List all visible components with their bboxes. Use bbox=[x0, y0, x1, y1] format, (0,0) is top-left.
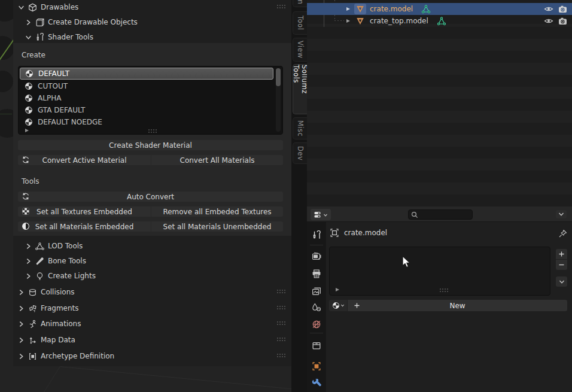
outliner-row-crate-model[interactable]: crate.model bbox=[307, 3, 572, 15]
tab-object-properties[interactable] bbox=[307, 358, 326, 374]
slot-specials-button[interactable] bbox=[556, 276, 567, 287]
list-item-alpha[interactable]: ALPHA bbox=[20, 92, 273, 104]
mouse-cursor bbox=[402, 256, 412, 269]
panel-grip-handle[interactable] bbox=[276, 305, 286, 310]
eye-icon[interactable] bbox=[544, 17, 553, 25]
material-sphere-icon bbox=[25, 69, 34, 78]
list-item-cutout[interactable]: CUTOUT bbox=[20, 80, 273, 92]
button-label: Set all Textures Embedded bbox=[36, 208, 132, 216]
panel-header-fragments[interactable]: Fragments bbox=[18, 303, 79, 314]
subpanel-shader-tools[interactable]: Shader Tools bbox=[25, 32, 93, 42]
set-materials-embedded-button[interactable]: Set all Materials Embedded bbox=[18, 221, 151, 232]
browse-material-dropdown[interactable] bbox=[329, 300, 347, 311]
object-name: crate_top.model bbox=[370, 17, 428, 25]
camera-render-icon[interactable] bbox=[558, 17, 567, 25]
tab-scene-properties[interactable] bbox=[307, 299, 326, 315]
eye-icon[interactable] bbox=[544, 5, 553, 13]
archetype-icon bbox=[28, 352, 37, 361]
convert-active-material-button[interactable]: Convert Active Material bbox=[18, 155, 151, 165]
panel-title: Map Data bbox=[41, 336, 75, 344]
drawable-model-icon-chip bbox=[354, 4, 366, 14]
list-item-default[interactable]: DEFAULT bbox=[20, 68, 273, 80]
expand-arrow-icon[interactable] bbox=[346, 7, 351, 11]
tab-sollumz-tools[interactable]: Sollumz Tools bbox=[293, 64, 307, 114]
set-textures-embedded-button[interactable]: Set all Textures Embedded bbox=[18, 206, 151, 217]
tab-render-properties[interactable] bbox=[307, 248, 326, 264]
panel-header-drawables[interactable]: Drawables bbox=[18, 2, 78, 13]
panel-grip-handle[interactable] bbox=[276, 337, 286, 342]
expand-arrow-icon[interactable] bbox=[346, 19, 351, 23]
convert-all-materials-button[interactable]: Convert All Materials bbox=[151, 155, 283, 165]
minus-icon bbox=[558, 262, 565, 268]
new-material-button[interactable]: New bbox=[348, 300, 567, 311]
subpanel-lod-tools[interactable]: LOD Tools bbox=[25, 241, 83, 251]
panel-grip-handle[interactable] bbox=[276, 353, 286, 358]
fragments-icon bbox=[28, 304, 37, 313]
camera-render-icon[interactable] bbox=[558, 5, 567, 13]
button-label: Set all Materials Embedded bbox=[35, 223, 134, 231]
add-slot-button[interactable] bbox=[556, 249, 567, 259]
outliner-row-crate-top-model[interactable]: crate_top.model bbox=[307, 15, 572, 27]
remove-embedded-textures-button[interactable]: Remove all Embeded Textures bbox=[151, 206, 283, 217]
set-materials-unembedded-button[interactable]: Set all Materials Unembedded bbox=[151, 221, 283, 232]
editor-type-dropdown[interactable] bbox=[311, 209, 331, 220]
create-shader-material-button[interactable]: Create Shader Material bbox=[18, 140, 283, 150]
list-item-label: CUTOUT bbox=[38, 82, 68, 90]
tool-icon bbox=[35, 33, 44, 42]
header-options-button[interactable] bbox=[556, 210, 567, 218]
tab-world-properties[interactable] bbox=[307, 317, 326, 332]
list-item-gta-default[interactable]: GTA DEFAULT bbox=[20, 104, 273, 116]
list-item-label: ALPHA bbox=[38, 94, 61, 102]
plus-icon bbox=[558, 251, 565, 257]
search-icon bbox=[411, 211, 418, 218]
world-globe-icon bbox=[312, 320, 321, 329]
auto-convert-button[interactable]: Auto Convert bbox=[18, 192, 283, 202]
tab-modifier-properties[interactable] bbox=[307, 376, 326, 391]
chevron-down-icon bbox=[558, 212, 564, 217]
button-label: Auto Convert bbox=[127, 193, 174, 201]
outliner-editor: crate.model crate_top.model bbox=[307, 0, 572, 206]
properties-search[interactable] bbox=[408, 209, 473, 220]
tab-misc[interactable]: Misc bbox=[293, 117, 307, 139]
remove-slot-button[interactable] bbox=[556, 260, 567, 270]
collision-cylinder-icon bbox=[28, 288, 37, 297]
subpanel-create-lights[interactable]: Create Lights bbox=[25, 271, 96, 281]
list-scrollbar-thumb[interactable] bbox=[276, 68, 281, 86]
mesh-data-icon bbox=[437, 17, 446, 26]
tab-dev[interactable]: Dev bbox=[293, 142, 307, 164]
list-resize-grip[interactable] bbox=[439, 288, 449, 293]
list-expand-arrow[interactable] bbox=[25, 128, 29, 133]
panel-header-animations[interactable]: Animations bbox=[18, 318, 81, 329]
properties-editor-icon bbox=[314, 211, 322, 219]
viewport-grid-line bbox=[0, 114, 12, 114]
panel-header-archetype-definition[interactable]: Archetype Definition bbox=[18, 351, 114, 361]
chevron-right-icon bbox=[18, 305, 25, 312]
search-input[interactable] bbox=[420, 211, 468, 218]
tab-view[interactable]: View bbox=[293, 38, 307, 62]
panel-header-map-data[interactable]: Map Data bbox=[18, 335, 75, 345]
tab-output-properties[interactable] bbox=[307, 266, 326, 281]
light-bulb-icon bbox=[35, 272, 44, 281]
panel-grip-handle[interactable] bbox=[276, 4, 286, 9]
panel-grip-handle[interactable] bbox=[276, 321, 286, 326]
list-scrollbar[interactable] bbox=[276, 68, 281, 132]
tab-tool[interactable]: Tool bbox=[293, 11, 307, 35]
tab-viewlayer-properties[interactable] bbox=[307, 283, 326, 299]
button-label: Set all Materials Unembedded bbox=[163, 223, 272, 231]
tools-section-label: Tools bbox=[22, 177, 39, 186]
render-camera-icon bbox=[312, 252, 322, 261]
list-resize-grip[interactable] bbox=[148, 129, 157, 133]
subpanel-bone-tools[interactable]: Bone Tools bbox=[25, 256, 86, 266]
panel-grip-handle[interactable] bbox=[276, 289, 286, 294]
button-label: Remove all Embeded Textures bbox=[163, 208, 271, 216]
list-item-default-noedge[interactable]: DEFAULT NOEDGE bbox=[20, 116, 273, 128]
material-slot-list[interactable] bbox=[329, 247, 550, 296]
tab-tool-properties[interactable] bbox=[307, 227, 326, 243]
chevron-down-icon bbox=[18, 4, 25, 11]
subpanel-create-drawable-objects[interactable]: Create Drawable Objects bbox=[25, 17, 138, 28]
tab-collection-properties[interactable] bbox=[307, 338, 326, 353]
list-expand-arrow[interactable] bbox=[335, 287, 340, 292]
panel-header-collisions[interactable]: Collisions bbox=[18, 287, 75, 297]
pin-icon[interactable] bbox=[558, 229, 567, 238]
tab-item[interactable]: Item bbox=[293, 0, 307, 7]
